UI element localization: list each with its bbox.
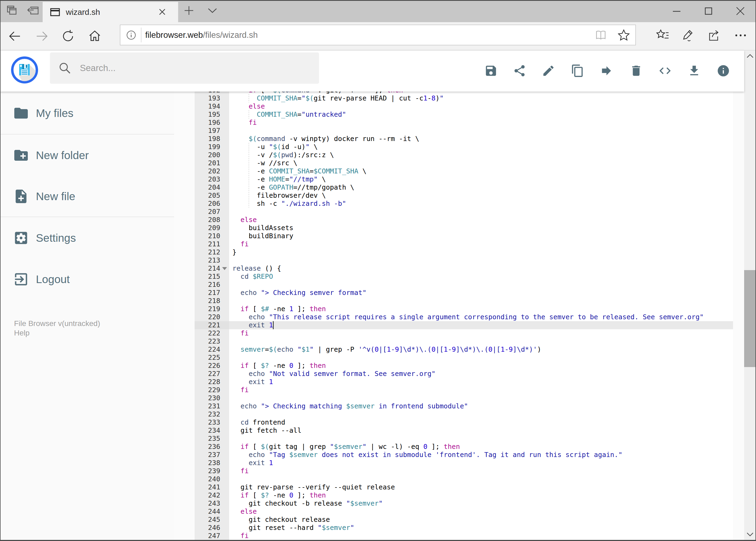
scrollbar-thumb[interactable] <box>744 270 756 367</box>
download-icon <box>687 74 701 78</box>
code-line-217: echo "> Checking semver format" <box>232 289 367 297</box>
share-icon[interactable] <box>707 29 720 43</box>
close-window-button[interactable] <box>725 0 756 22</box>
move-arrow-button[interactable] <box>600 64 613 78</box>
maximize-button[interactable] <box>693 0 724 22</box>
chevron-up-icon <box>747 54 754 59</box>
edit-pencil-button[interactable] <box>542 64 555 78</box>
info-button[interactable] <box>717 64 730 78</box>
delete-trash-button[interactable] <box>630 64 643 78</box>
copy-button[interactable] <box>571 64 584 78</box>
code-line-193: COMMIT_SHA="$(git rev-parse HEAD | cut -… <box>232 94 444 102</box>
window-border-bottom <box>0 540 756 541</box>
search-input[interactable]: Search... <box>80 52 116 84</box>
sidebar-item-settings[interactable]: Settings <box>0 222 174 254</box>
line-number: 209 <box>195 224 220 232</box>
code-line-219: if [ $# -ne 1 ]; then <box>232 305 326 313</box>
minimize-button[interactable] <box>661 0 692 22</box>
line-number: 217 <box>195 289 220 297</box>
new-file-icon <box>13 188 29 205</box>
sidebar-divider <box>0 134 174 135</box>
tab-list-button[interactable] <box>205 0 220 22</box>
scrollbar-down-button[interactable] <box>744 529 756 541</box>
favorite-star-icon[interactable] <box>618 29 630 42</box>
reading-view-book-icon[interactable] <box>595 30 607 42</box>
tab-bar: wizard.sh <box>0 0 756 22</box>
line-number: 235 <box>195 435 220 443</box>
line-number: 206 <box>195 200 220 208</box>
sidebar-item-new-folder[interactable]: New folder <box>0 139 174 172</box>
scrollbar-up-button[interactable] <box>744 51 756 62</box>
info-circle-icon[interactable] <box>126 30 136 41</box>
line-number: 204 <box>195 184 220 192</box>
code-line-214: release () { <box>232 265 281 272</box>
forward-arrow-icon[interactable] <box>36 30 49 44</box>
page-scrollbar[interactable] <box>744 51 756 541</box>
tab-preview-button[interactable] <box>4 0 19 22</box>
line-number: 193 <box>195 94 220 102</box>
share-button[interactable] <box>513 64 526 78</box>
url-bar[interactable]: filebrowser.web/files/wizard.sh <box>120 25 636 45</box>
url-host: filebrowser.web <box>145 30 203 40</box>
browser-tab[interactable]: wizard.sh <box>43 2 178 22</box>
code-line-247: fi <box>232 532 249 540</box>
sidebar-item-new-file[interactable]: New file <box>0 180 174 213</box>
line-number: 225 <box>195 353 220 362</box>
code-editor[interactable]: 1921931941951961971981992002012022032042… <box>195 92 733 541</box>
url-text: filebrowser.web/files/wizard.sh <box>145 25 258 45</box>
sidebar-help-link[interactable]: Help <box>14 328 30 337</box>
code-line-195: COMMIT_SHA="untracked" <box>232 111 346 119</box>
fold-widget-icon[interactable] <box>222 267 227 270</box>
line-number: 219 <box>195 305 220 313</box>
line-number: 238 <box>195 459 220 467</box>
refresh-icon[interactable] <box>62 30 75 44</box>
close-tab-icon[interactable] <box>158 8 166 17</box>
settings-gear-icon <box>13 230 29 246</box>
filebrowser-floppy-logo[interactable] <box>11 56 38 85</box>
back-arrow-icon[interactable] <box>8 30 21 44</box>
line-number: 231 <box>195 402 220 410</box>
code-line-215: cd $REPO <box>232 272 273 280</box>
line-number: 213 <box>195 256 220 265</box>
line-number: 207 <box>195 208 220 216</box>
line-number: 229 <box>195 386 220 394</box>
more-dots-icon[interactable] <box>734 33 747 39</box>
code-line-220: echo "This release script requires a sin… <box>232 313 704 321</box>
search-bar[interactable]: Search... <box>50 52 319 84</box>
line-number: 227 <box>195 370 220 378</box>
new-tab-button[interactable] <box>181 0 196 22</box>
code-line-205: filebrowser/dev \ <box>232 192 326 200</box>
sidebar-item-my-files[interactable]: My files <box>0 97 174 129</box>
line-number: 237 <box>195 451 220 459</box>
line-number: 226 <box>195 362 220 370</box>
code-line-236: if [ $(git tag | grep "$semver" | wc -l)… <box>232 443 460 451</box>
code-line-241: git rev-parse --verify --quiet release <box>232 483 395 491</box>
info-icon <box>717 74 730 78</box>
main-content: My filesNew folderNew fileSettingsLogout… <box>0 92 744 541</box>
code-line-201: -w //src \ <box>232 159 297 167</box>
line-number: 221 <box>195 321 220 329</box>
web-note-pen-icon[interactable] <box>681 29 694 43</box>
download-button[interactable] <box>687 64 701 78</box>
search-magnifier-icon <box>58 61 72 76</box>
code-button[interactable] <box>658 64 672 78</box>
code-line-210: buildBinary <box>232 232 293 240</box>
sidebar-item-label: New file <box>36 180 75 213</box>
navigation-bar: filebrowser.web/files/wizard.sh <box>0 22 756 51</box>
sidebar-version-link[interactable]: File Browser v(untracked) <box>14 319 100 328</box>
line-number: 198 <box>195 135 220 143</box>
home-icon[interactable] <box>88 29 101 43</box>
tabs-set-aside-button[interactable] <box>25 0 41 22</box>
code-line-231: echo "> Checking matching $semver in fro… <box>232 402 468 410</box>
sidebar-item-logout[interactable]: Logout <box>0 263 174 295</box>
hub-favorites-icon[interactable] <box>656 29 669 43</box>
code-line-242: if [ $? -ne 0 ]; then <box>232 491 326 499</box>
delete-trash-icon <box>630 74 643 78</box>
save-button[interactable] <box>484 64 498 78</box>
line-number: 241 <box>195 483 220 491</box>
text-cursor <box>273 321 274 329</box>
code-line-234: git fetch --all <box>232 426 302 435</box>
line-number: 240 <box>195 475 220 483</box>
active-line-highlight <box>229 321 733 329</box>
code-line-192: if [ "$(command -v git)" != "" ]; then <box>232 92 403 94</box>
